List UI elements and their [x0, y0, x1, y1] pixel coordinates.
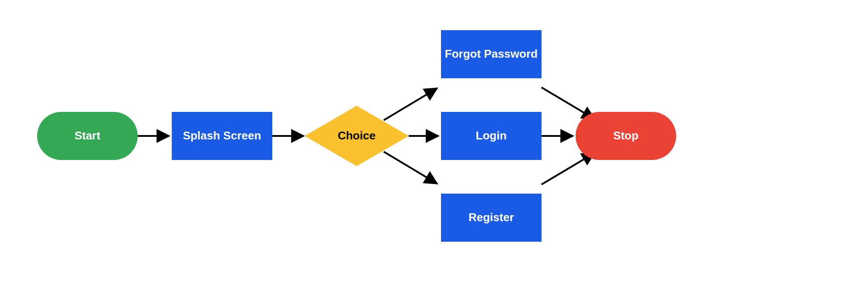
stop-label: Stop — [613, 129, 639, 142]
register-node: Register — [441, 194, 542, 242]
login-node: Login — [441, 112, 542, 160]
arrow-forgot-stop — [542, 87, 594, 119]
forgot-label: Forgot Password — [445, 47, 538, 60]
register-label: Register — [469, 211, 514, 224]
start-label: Start — [74, 129, 101, 142]
stop-node: Stop — [576, 112, 676, 160]
login-label: Login — [476, 129, 507, 142]
arrow-choice-register — [384, 152, 437, 184]
flowchart-diagram: Start Splash Screen Choice Forgot Passwo… — [0, 0, 868, 292]
start-node: Start — [37, 112, 138, 160]
splash-label: Splash Screen — [183, 129, 261, 142]
arrow-register-stop — [542, 153, 594, 184]
splash-node: Splash Screen — [172, 112, 272, 160]
arrow-choice-forgot — [384, 88, 437, 120]
choice-label: Choice — [338, 129, 376, 142]
forgot-node: Forgot Password — [441, 30, 542, 78]
